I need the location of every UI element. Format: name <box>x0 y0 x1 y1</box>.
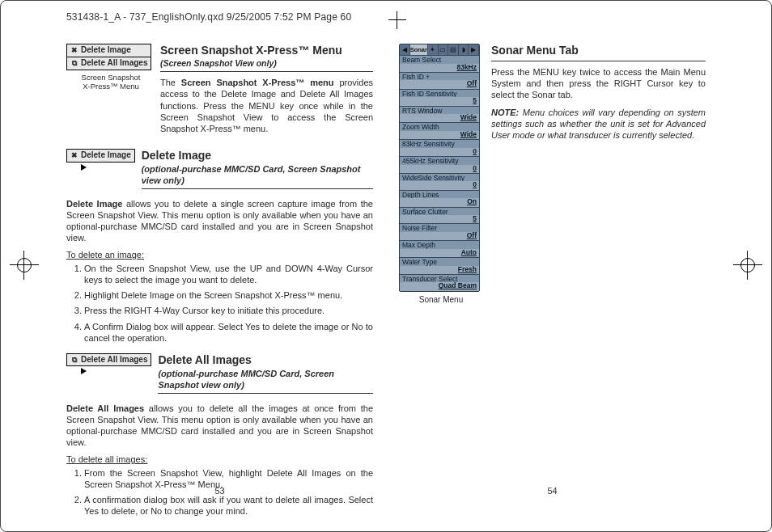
list-item: On the Screen Snapshot View, use the UP … <box>84 263 373 285</box>
sonar-row-value: On <box>400 198 479 206</box>
sonar-row-label: 455kHz Sensitivity <box>400 157 479 165</box>
tab-icon: ▶ <box>469 44 479 55</box>
sonar-text-block: Sonar Menu Tab Press the MENU key twice … <box>491 44 706 141</box>
sonar-menu-row: Max DepthAuto <box>400 240 479 257</box>
page-54: ◀ Sonar ✦ ▭ ▤ ◗ ▶ Beam Select83kHzFish I… <box>399 44 706 496</box>
list-item: Highlight Delete Image on the Screen Sna… <box>84 289 373 301</box>
x-icon: ✖ <box>70 46 78 54</box>
heading-delete-image: Delete Image <box>142 149 373 163</box>
tab-icon: ▤ <box>448 44 459 55</box>
subhead-to-delete-an-image: To delete an image: <box>66 249 373 260</box>
delete-image-steps: On the Screen Snapshot View, use the UP … <box>66 263 373 343</box>
rule <box>491 61 706 61</box>
crop-mark-top <box>388 11 406 29</box>
tab-icon: ▭ <box>439 44 449 55</box>
sonar-menu-row: WideSide Sensitivity0 <box>400 173 479 190</box>
page-number-54: 54 <box>399 485 706 496</box>
sonar-menu-figure: ◀ Sonar ✦ ▭ ▤ ◗ ▶ Beam Select83kHzFish I… <box>399 44 483 306</box>
delete-all-images-figure: ⧉Delete All Images <box>66 353 151 377</box>
tab-sonar: Sonar <box>410 44 428 55</box>
list-item: A confirmation dialog box will ask if yo… <box>84 494 373 517</box>
list-item: A Confirm Dialog box will appear. Select… <box>84 321 373 344</box>
sonar-tab-strip: ◀ Sonar ✦ ▭ ▤ ◗ ▶ <box>400 44 479 55</box>
sonar-menu-row: Fish ID Sensitivity5 <box>400 89 479 106</box>
document-page: 531438-1_A - 737_EnglishOnly.qxd 9/25/20… <box>0 0 772 532</box>
sonar-row-label: Fish ID Sensitivity <box>400 90 479 98</box>
menu-item-delete-all-images: ⧉Delete All Images <box>67 57 151 70</box>
two-column-spread: ✖Delete Image ⧉Delete All Images Screen … <box>66 44 706 496</box>
sonar-menu-row: 455kHz Sensitivity0 <box>400 156 479 173</box>
heading-screen-snapshot-xpress: Screen Snapshot X-Press™ Menu <box>160 44 373 58</box>
sonar-menu-row: 83kHz Sensitivity0 <box>400 139 479 156</box>
delete-all-images-description: Delete All Images allows you to delete a… <box>66 403 373 448</box>
xpress-menu-image: ✖Delete Image ⧉Delete All Images <box>66 44 151 70</box>
menu-item-delete-all-images: ⧉Delete All Images <box>67 354 151 366</box>
subtitle-delete-all-images: (optional-purchase MMC/SD Card, Screen S… <box>158 368 373 391</box>
menu-item-delete-image: ✖Delete Image <box>67 44 151 57</box>
registration-mark-right <box>733 251 762 280</box>
sonar-row-label: WideSide Sensitivity <box>400 174 479 182</box>
section-screen-snapshot-text: Screen Snapshot X-Press™ Menu (Screen Sn… <box>160 44 373 134</box>
sonar-row-value: 0 <box>400 181 479 189</box>
delete-image-heading-block: Delete Image (optional-purchase MMC/SD C… <box>142 149 373 193</box>
sonar-description: Press the MENU key twice to access the M… <box>491 66 706 100</box>
sonar-row-label: Surface Clutter <box>400 208 479 216</box>
screen-snapshot-description: The Screen Snapshot X-Press™ menu provid… <box>160 77 373 133</box>
sonar-row-value: 0 <box>400 165 479 173</box>
sonar-menu-row: Fish ID +Off <box>400 72 479 89</box>
rule <box>160 71 373 72</box>
sonar-menu-caption: Sonar Menu <box>399 295 483 306</box>
sonar-menu-row: Beam Select83kHz <box>400 55 479 72</box>
sonar-row-value: Wide <box>400 131 479 139</box>
sonar-header-row: ◀ Sonar ✦ ▭ ▤ ◗ ▶ Beam Select83kHzFish I… <box>399 44 706 306</box>
xpress-menu-caption: Screen Snapshot X-Press™ Menu <box>66 74 155 91</box>
xpress-menu-figure: ✖Delete Image ⧉Delete All Images Screen … <box>66 44 155 134</box>
sonar-menu-row: Zoom WidthWide <box>400 122 479 139</box>
arrow-right-icon <box>81 368 87 374</box>
heading-delete-all-images: Delete All Images <box>158 353 373 368</box>
print-slug: 531438-1_A - 737_EnglishOnly.qxd 9/25/20… <box>66 11 351 23</box>
page-53: ✖Delete Image ⧉Delete All Images Screen … <box>66 44 373 496</box>
section-screen-snapshot-header: ✖Delete Image ⧉Delete All Images Screen … <box>66 44 373 134</box>
sonar-row-value: 83kHz <box>400 64 479 72</box>
sonar-row-value: 5 <box>400 97 479 105</box>
delete-image-figure: ✖Delete Image <box>66 149 135 172</box>
menu-item-delete-image: ✖Delete Image <box>67 150 134 162</box>
sonar-row-value: Off <box>400 232 479 240</box>
sonar-row-value: 0 <box>400 148 479 156</box>
sonar-note: NOTE: Menu choices will vary depending o… <box>491 107 706 141</box>
page-number-53: 53 <box>66 485 373 496</box>
subtitle-screen-snapshot-view-only: (Screen Snapshot View only) <box>160 58 373 69</box>
delete-all-images-heading-block: Delete All Images (optional-purchase MMC… <box>158 353 373 398</box>
tab-icon: ◗ <box>459 44 469 55</box>
sonar-menu-image: ◀ Sonar ✦ ▭ ▤ ◗ ▶ Beam Select83kHzFish I… <box>399 44 480 292</box>
sonar-row-value: Wide <box>400 114 479 122</box>
heading-sonar-menu-tab: Sonar Menu Tab <box>491 44 706 58</box>
tab-icon: ✦ <box>428 44 439 55</box>
stack-icon: ⧉ <box>70 59 78 67</box>
sonar-row-value: 5 <box>400 215 479 223</box>
x-icon: ✖ <box>70 151 78 159</box>
delete-all-images-menu-image: ⧉Delete All Images <box>66 353 151 367</box>
sonar-menu-row: Depth LinesOn <box>400 190 479 207</box>
subhead-to-delete-all-images: To delete all images: <box>66 454 373 465</box>
registration-mark-left <box>10 251 39 280</box>
delete-image-description: Delete Image allows you to delete a sing… <box>66 198 373 243</box>
sonar-menu-row: Surface Clutter5 <box>400 207 479 224</box>
sonar-menu-row: RTS WindowWide <box>400 106 479 123</box>
sonar-menu-row: Transducer SelectQuad Beam <box>400 274 479 291</box>
sonar-row-value: Fresh <box>400 266 479 274</box>
delete-image-menu-image: ✖Delete Image <box>66 149 135 163</box>
tab-icon: ◀ <box>400 44 410 55</box>
sonar-row-value: Off <box>400 80 479 88</box>
sonar-row-label: 83kHz Sensitivity <box>400 140 479 148</box>
rule <box>142 188 373 189</box>
section-delete-all-images-header: ⧉Delete All Images Delete All Images (op… <box>66 353 373 398</box>
sonar-row-value: Quad Beam <box>400 282 479 290</box>
arrow-right-icon <box>81 164 87 171</box>
sonar-menu-row: Noise FilterOff <box>400 223 479 240</box>
list-item: Press the RIGHT 4-Way Cursor key to init… <box>84 305 373 316</box>
stack-icon: ⧉ <box>70 356 78 364</box>
sonar-row-value: Auto <box>400 249 479 257</box>
rule <box>158 393 373 394</box>
